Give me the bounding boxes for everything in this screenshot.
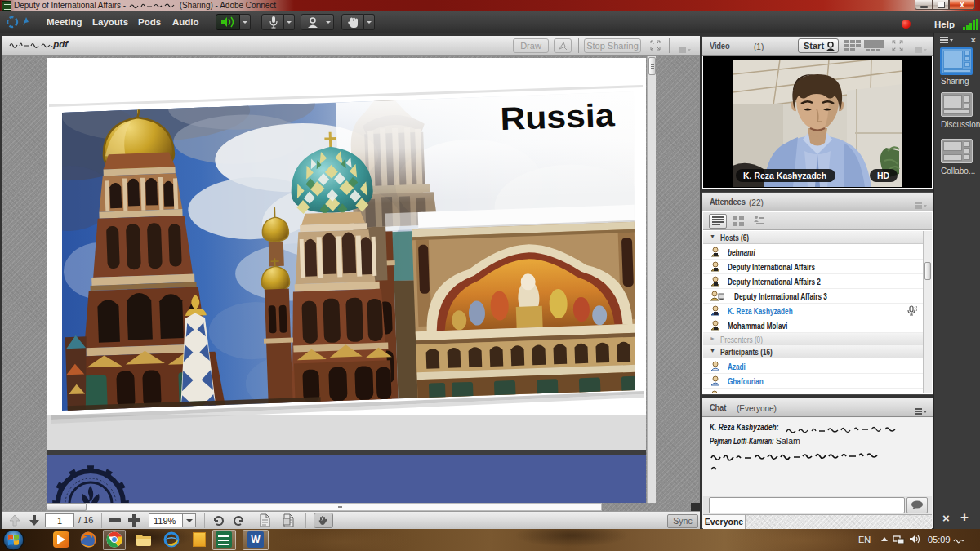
- svg-text:Russia: Russia: [500, 97, 616, 136]
- svg-text:K. Reza Kashyzadeh: K. Reza Kashyzadeh: [743, 171, 826, 180]
- svg-text:HD: HD: [877, 171, 890, 180]
